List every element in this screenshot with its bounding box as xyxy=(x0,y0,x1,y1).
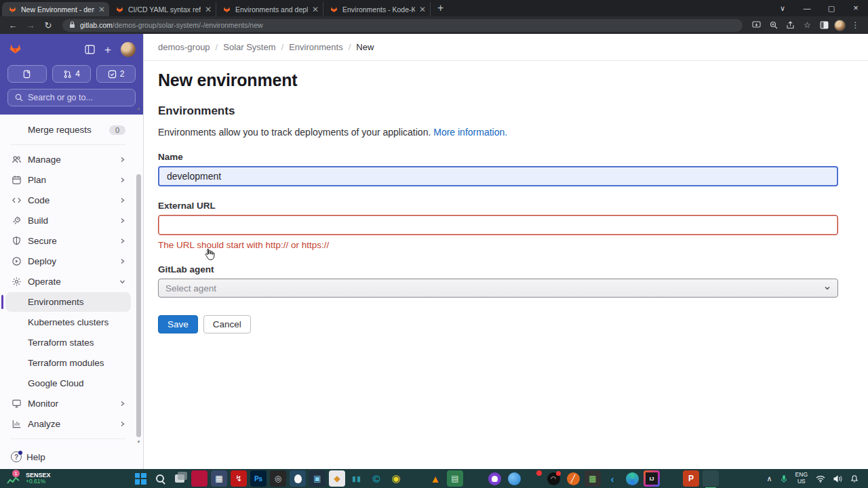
language-indicator[interactable]: ENG US xyxy=(795,472,808,485)
breadcrumb-current: New xyxy=(356,42,374,52)
notifications-bell-icon[interactable] xyxy=(850,474,859,483)
breadcrumb-project[interactable]: Solar System xyxy=(223,42,275,52)
browser-tab-2[interactable]: CI/CD YAML syntax reference | G ✕ xyxy=(109,2,216,16)
breadcrumb-group[interactable]: demos-group xyxy=(158,42,210,52)
folder-icon[interactable] xyxy=(467,470,483,487)
search-icon[interactable] xyxy=(152,470,168,487)
bookmark-star-icon[interactable]: ☆ xyxy=(800,20,814,30)
reload-icon[interactable]: ↻ xyxy=(41,20,56,30)
sidebar-item-manage[interactable]: Manage xyxy=(5,150,131,169)
sidebar-item-terraform-states[interactable]: Terraform states xyxy=(5,333,131,352)
calculator-icon[interactable]: ▦ xyxy=(211,470,227,487)
tab-close-icon[interactable]: ✕ xyxy=(312,5,319,14)
edge-icon[interactable] xyxy=(624,470,640,487)
browser-menu-kebab-icon[interactable]: ⋮ xyxy=(848,20,863,30)
browser-profile-avatar[interactable] xyxy=(834,20,846,31)
penguin-icon[interactable] xyxy=(290,470,306,487)
vlc-icon[interactable]: ▲ xyxy=(427,470,443,487)
sidebar-item-merge-requests[interactable]: Merge requests 0 xyxy=(5,120,131,140)
intellij-icon[interactable]: IJ xyxy=(644,470,660,487)
new-tab-button[interactable]: + xyxy=(431,2,450,16)
columns-icon[interactable]: ▮▮ xyxy=(349,470,365,487)
coin-icon[interactable]: ◉ xyxy=(388,470,404,487)
microphone-icon[interactable] xyxy=(781,474,787,483)
tab-title: CI/CD YAML syntax reference | G xyxy=(128,5,201,14)
agent-select[interactable]: Select agent xyxy=(158,279,838,298)
sidebar-item-secure[interactable]: Secure xyxy=(5,231,131,251)
back-icon[interactable]: ← xyxy=(5,20,20,30)
sidebar-item-code[interactable]: Code xyxy=(5,190,131,210)
chrome2-icon[interactable] xyxy=(663,470,679,487)
scroll-down-arrow-icon[interactable]: ▼ xyxy=(135,440,142,444)
camera-app-icon[interactable]: ◎ xyxy=(270,470,286,487)
chrome-badge-icon[interactable] xyxy=(526,470,542,487)
cancel-button[interactable]: Cancel xyxy=(203,315,251,333)
volume-icon[interactable] xyxy=(833,475,842,483)
brush-icon[interactable]: ╱ xyxy=(565,470,581,487)
sidebar-item-analyze[interactable]: Analyze xyxy=(5,414,131,434)
name-input[interactable]: development xyxy=(158,166,838,186)
tab-close-icon[interactable]: ✕ xyxy=(98,5,105,14)
blue-app-icon[interactable] xyxy=(506,470,522,487)
sidebar-item-help[interactable]: ? Help xyxy=(0,445,143,469)
github-icon[interactable] xyxy=(486,470,502,487)
sidebar-item-kubernetes-clusters[interactable]: Kubernetes clusters xyxy=(5,312,131,332)
scrollbar-thumb[interactable] xyxy=(136,174,141,437)
vscode-icon[interactable]: ‹ xyxy=(604,470,620,487)
create-new-plus-icon[interactable]: + xyxy=(104,44,111,56)
browser-tab-3[interactable]: Environments and deployments ✕ xyxy=(216,2,323,16)
share-icon[interactable] xyxy=(783,21,797,29)
tab-close-icon[interactable]: ✕ xyxy=(205,5,212,14)
sidebar-toggle-icon[interactable] xyxy=(85,45,95,54)
maximize-icon[interactable]: ▢ xyxy=(819,0,844,16)
sidebar-item-terraform-modules[interactable]: Terraform modules xyxy=(5,353,131,373)
install-icon[interactable] xyxy=(749,21,764,29)
browser-tab-1[interactable]: New Environment - demos-grou ✕ xyxy=(2,2,109,16)
sidebar-item-operate[interactable]: Operate xyxy=(5,272,131,291)
media-red-icon[interactable] xyxy=(191,470,208,487)
search-input[interactable]: Search or go to... xyxy=(7,89,136,106)
forward-icon[interactable]: → xyxy=(23,20,38,30)
sidebar-item-deploy[interactable]: Deploy xyxy=(5,251,131,271)
address-bar[interactable]: gitlab.com/demos-group/solar-system/-/en… xyxy=(62,19,743,32)
photos-icon[interactable]: ▤ xyxy=(447,470,463,487)
issues-button[interactable] xyxy=(7,65,47,83)
user-avatar[interactable] xyxy=(121,42,136,57)
scroll-up-arrow-icon[interactable]: ▲ xyxy=(135,106,142,110)
merge-requests-button[interactable]: 4 xyxy=(52,65,92,83)
copyright-icon[interactable]: © xyxy=(368,470,384,487)
sidebar-item-monitor[interactable]: Monitor xyxy=(5,394,131,413)
sidebar-item-google-cloud[interactable]: Google Cloud xyxy=(5,373,131,393)
start-icon[interactable] xyxy=(132,470,149,487)
sidebar-scrollbar[interactable]: ▲ ▼ xyxy=(135,106,142,444)
wifi-icon[interactable] xyxy=(816,475,825,483)
zoom-icon[interactable] xyxy=(766,21,781,29)
lightning-icon[interactable]: ↯ xyxy=(231,470,247,487)
browser-tab-4[interactable]: Environments - Kode-Kloud-Tes ✕ xyxy=(323,2,431,16)
tab-search-chevron-icon[interactable]: ∨ xyxy=(770,0,795,16)
tray-overflow-chevron-icon[interactable]: ∧ xyxy=(767,474,772,483)
todos-button[interactable]: 2 xyxy=(96,65,136,83)
hardware-icon[interactable]: ◆ xyxy=(329,470,345,487)
photoshop-icon[interactable]: Ps xyxy=(250,470,267,487)
more-information-link[interactable]: More information. xyxy=(433,127,507,138)
tab-close-icon[interactable]: ✕ xyxy=(419,5,426,14)
external-url-input[interactable] xyxy=(158,215,838,235)
breadcrumb-environments[interactable]: Environments xyxy=(289,42,342,52)
powerpoint-icon[interactable]: P xyxy=(683,470,699,487)
obs-icon[interactable]: ◠ xyxy=(545,470,561,487)
side-panel-icon[interactable] xyxy=(817,21,831,29)
snipping-icon[interactable]: ▣ xyxy=(309,470,326,487)
sidebar-item-environments[interactable]: Environments xyxy=(5,292,131,312)
chrome-active-icon[interactable] xyxy=(703,470,719,487)
close-icon[interactable]: × xyxy=(844,0,868,16)
sidebar-item-build[interactable]: Build xyxy=(5,211,131,230)
chrome-wheel-icon[interactable] xyxy=(408,470,424,487)
minimize-icon[interactable]: — xyxy=(795,0,819,16)
task-view-icon[interactable] xyxy=(172,470,188,487)
widgets-button[interactable]: 1 SENSEX +0.61% xyxy=(0,472,132,485)
sidebar-item-plan[interactable]: Plan xyxy=(5,170,131,190)
gallery-icon[interactable]: ▩ xyxy=(585,470,601,487)
save-button[interactable]: Save xyxy=(158,315,198,333)
gitlab-logo-icon[interactable] xyxy=(7,41,23,58)
